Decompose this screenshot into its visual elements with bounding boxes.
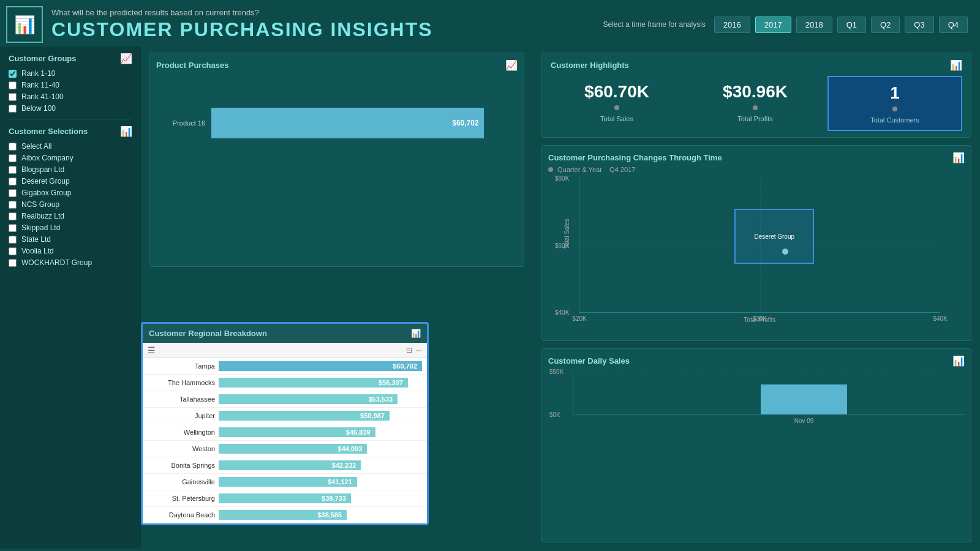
highlight-card-0[interactable]: $60.70K Total Sales [551,76,683,131]
x-tick-40k: $40K [933,315,947,322]
group-item-3[interactable]: Below 100 [9,104,132,113]
group-checkbox-3[interactable] [9,105,17,113]
group-item-2[interactable]: Rank 41-100 [9,92,132,101]
customer-highlights-header: Customer Highlights 📊 [551,59,962,71]
scatter-meta-dot [548,167,553,172]
scatter-header: Customer Purchasing Changes Through Time… [548,152,965,163]
regional-header: Customer Regional Breakdown 📊 [143,324,427,343]
logo: 📊 [6,6,43,43]
header-controls: Select a time frame for analysis 2016 20… [603,17,968,33]
selection-checkbox-8[interactable] [9,236,17,244]
time-label: Select a time frame for analysis [603,20,705,29]
scatter-area: Total Sales $80K $60K $40K $20K $30K $40… [579,178,940,313]
purchasing-changes-section: Customer Purchasing Changes Through Time… [541,145,971,341]
selection-item-8[interactable]: State Ltd [9,235,132,244]
selection-item-4[interactable]: Gigabox Group [9,189,132,197]
daily-sales-bar [761,384,847,414]
product-purchases-title: Product Purchases [156,61,229,70]
daily-sales-header: Customer Daily Sales 📊 [548,355,965,367]
customer-groups-section: Customer Groups 📈 [9,53,132,64]
highlights-cards: $60.70K Total Sales $30.96K Total Profit… [551,76,962,131]
q4-button[interactable]: Q4 [939,17,968,33]
highlight-card-2[interactable]: 1 Total Customers [827,76,962,131]
regional-row: Daytona Beach $38,585 [143,507,427,523]
selection-item-0[interactable]: Select All [9,142,132,151]
selection-checkbox-3[interactable] [9,178,17,186]
scatter-meta: Quarter & Year Q4 2017 [548,166,965,173]
selection-checkbox-1[interactable] [9,154,17,162]
group-checkbox-0[interactable] [9,70,17,78]
regional-breakdown-overlay: Customer Regional Breakdown 📊 ☰ ⊡ ··· Ta… [141,322,429,525]
y-tick-40k: $40K [555,309,569,316]
selection-checkbox-4[interactable] [9,189,17,197]
product-purchases-header: Product Purchases 📈 [156,59,518,71]
right-panel: Customer Highlights 📊 $60.70K Total Sale… [533,47,980,549]
group-item-0[interactable]: Rank 1-10 [9,69,132,78]
deseret-group-label: Deseret Group [754,233,794,240]
highlight-dot-2 [892,107,897,111]
scatter-icon: 📊 [952,152,965,163]
selection-item-1[interactable]: Aibox Company [9,154,132,162]
q1-button[interactable]: Q1 [837,17,866,33]
daily-border-left [573,372,573,414]
q3-button[interactable]: Q3 [905,17,933,33]
product-label: Product 16 [162,119,205,127]
selection-checkbox-7[interactable] [9,224,17,232]
highlight-value-0: $60.70K [557,82,677,102]
customer-selections-section: Customer Selections 📊 [9,126,132,137]
quarter-year-label: Quarter & Year [557,166,602,173]
daily-sales-title: Customer Daily Sales [548,356,630,365]
selections-icon: 📊 [120,126,132,137]
selection-item-7[interactable]: Skippad Ltd [9,223,132,232]
y-tick-80k: $80K [555,175,569,182]
groups-icon: 📈 [120,53,132,64]
selection-checkbox-10[interactable] [9,259,17,267]
deseret-group-box: Deseret Group [734,209,814,264]
selection-item-5[interactable]: NCS Group [9,200,132,209]
expand-icon[interactable]: ⊡ [406,346,412,354]
selection-item-2[interactable]: Blogspan Ltd [9,165,132,174]
daily-chart: $50K $0K Nov 09 [573,372,965,414]
selection-item-6[interactable]: Realbuzz Ltd [9,212,132,220]
year-2016-button[interactable]: 2016 [714,17,750,33]
group-item-1[interactable]: Rank 11-40 [9,81,132,89]
selection-checkbox-6[interactable] [9,212,17,220]
highlight-label-0: Total Sales [557,115,677,122]
selection-checkbox-9[interactable] [9,247,17,255]
selection-checkbox-0[interactable] [9,143,17,151]
regional-row: Tampa $60,702 [143,358,427,375]
purchasing-changes-title: Customer Purchasing Changes Through Time [548,153,722,162]
highlight-card-1[interactable]: $30.96K Total Profits [689,76,821,131]
selection-checkbox-2[interactable] [9,166,17,174]
hamburger-icon[interactable]: ☰ [148,345,156,355]
q2-button[interactable]: Q2 [871,17,900,33]
group-checkbox-2[interactable] [9,93,17,101]
regional-toolbar-icons: ⊡ ··· [406,346,422,354]
highlight-label-1: Total Profits [695,115,815,122]
product-bar: $60,702 [211,108,484,138]
sidebar-divider [9,119,132,119]
customer-selections-title: Customer Selections [9,127,88,136]
x-tick-20k: $20K [572,315,586,322]
selection-item-3[interactable]: Deseret Group [9,177,132,186]
year-2018-button[interactable]: 2018 [796,17,832,33]
main-layout: Customer Groups 📈 Rank 1-10 Rank 11-40 R… [0,47,980,549]
daily-y-50k: $50K [549,369,564,375]
selected-period: Q4 2017 [609,166,635,173]
highlights-icon: 📊 [950,59,962,71]
more-icon[interactable]: ··· [416,346,422,354]
regional-row: Bonita Springs $42,232 [143,457,427,474]
selection-checkbox-5[interactable] [9,201,17,209]
highlight-value-2: 1 [835,83,955,103]
regional-row: The Hammocks $56,307 [143,375,427,391]
year-2017-button[interactable]: 2017 [755,17,791,33]
deseret-group-dot [782,249,788,255]
regional-header-icon: 📊 [411,329,421,338]
daily-sales-icon: 📊 [952,355,965,367]
regional-row: St. Petersburg $39,733 [143,490,427,507]
selection-item-9[interactable]: Voolia Ltd [9,247,132,255]
group-checkbox-1[interactable] [9,81,17,89]
regional-row: Jupiter $50,987 [143,408,427,424]
selection-item-10[interactable]: WOCKHARDT Group [9,258,132,267]
regional-body[interactable]: Tampa $60,702 The Hammocks $56,307 Talla… [143,358,427,523]
